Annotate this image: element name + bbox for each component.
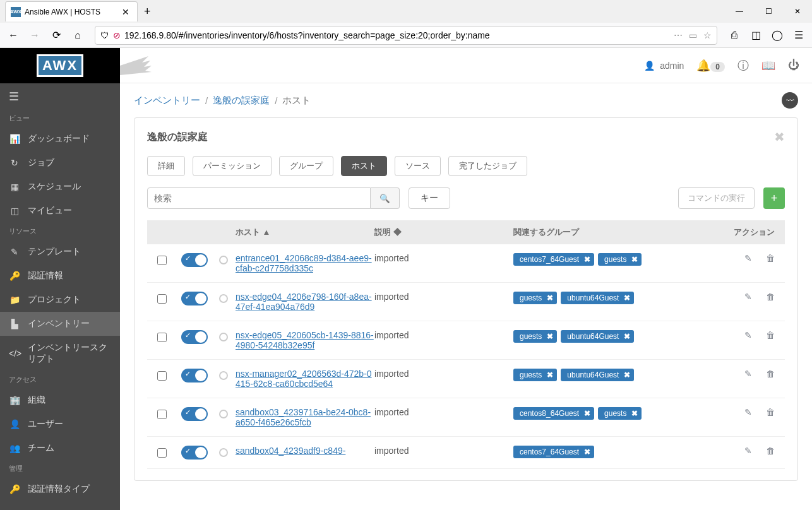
browser-tab[interactable]: AWX Ansible AWX | HOSTS ✕ [5,1,138,21]
sidebar-item-templates[interactable]: ✎テンプレート [0,240,120,264]
sidebar-item-projects[interactable]: 📁プロジェクト [0,288,120,312]
remove-tag-icon[interactable]: ✖ [631,409,638,418]
group-tag[interactable]: guests✖ [598,407,642,420]
group-tag[interactable]: centos8_64Guest✖ [513,407,594,420]
remove-tag-icon[interactable]: ✖ [631,255,638,264]
tab-completed-jobs[interactable]: 完了したジョブ [448,156,527,176]
sidebar-item-inv-scripts[interactable]: </>インベントリースクリプト [0,336,120,371]
url-more-icon[interactable]: ⋯ [674,30,683,40]
forward-button[interactable]: → [25,26,44,45]
remove-tag-icon[interactable]: ✖ [624,332,630,341]
account-icon[interactable]: ◯ [768,26,787,45]
edit-icon[interactable]: ✎ [744,407,752,417]
remove-tag-icon[interactable]: ✖ [584,409,590,418]
tab-groups[interactable]: グループ [279,156,333,176]
delete-icon[interactable]: 🗑 [766,330,775,340]
host-link[interactable]: nsx-manager02_4206563d-472b-0415-62c8-ca… [236,369,372,389]
docs-icon[interactable]: 📖 [761,59,775,73]
remove-tag-icon[interactable]: ✖ [624,294,630,302]
sidebar-item-cred-types[interactable]: 🔑認証情報タイプ [0,477,120,501]
search-button[interactable]: 🔍 [371,187,400,209]
group-tag[interactable]: centos7_64Guest✖ [513,253,594,266]
crumb-inventory[interactable]: 逸般の誤家庭 [213,95,270,107]
run-command-button[interactable]: コマンドの実行 [678,187,755,209]
tab-permissions[interactable]: パーミッション [193,156,272,176]
group-tag[interactable]: guests✖ [513,369,557,381]
group-tag[interactable]: guests✖ [513,292,557,304]
reload-button[interactable]: ⟳ [47,26,66,45]
sidebar-item-teams[interactable]: 👥チーム [0,436,120,460]
delete-icon[interactable]: 🗑 [766,407,775,417]
remove-tag-icon[interactable]: ✖ [547,294,553,302]
col-desc[interactable]: 説明 ◆ [374,227,513,238]
edit-icon[interactable]: ✎ [744,446,752,456]
close-window-button[interactable]: ✕ [783,1,812,21]
sidebar-item-dashboard[interactable]: 📊ダッシュボード [0,127,120,151]
tab-sources[interactable]: ソース [395,156,441,176]
host-enabled-toggle[interactable] [181,253,208,267]
menu-icon[interactable]: ☰ [789,26,808,45]
current-user[interactable]: 👤 admin [644,61,684,71]
row-checkbox[interactable] [157,333,167,342]
tab-close-icon[interactable]: ✕ [119,7,132,17]
panel-close-icon[interactable]: ✖ [774,129,785,145]
row-checkbox[interactable] [157,448,167,458]
host-link[interactable]: sandbox04_4239adf9-c849- [236,446,353,456]
sidebar-item-schedules[interactable]: ▦スケジュール [0,175,120,199]
reader-icon[interactable]: ▭ [689,30,697,40]
notifications-icon[interactable]: 🔔0 [696,59,725,73]
sidebar-item-users[interactable]: 👤ユーザー [0,412,120,436]
host-link[interactable]: nsx-edge04_4206e798-160f-a8ea-47ef-41ea9… [236,292,372,312]
logout-icon[interactable]: ⏻ [788,59,799,72]
delete-icon[interactable]: 🗑 [766,292,775,302]
maximize-button[interactable]: ☐ [754,1,783,21]
delete-icon[interactable]: 🗑 [766,446,775,456]
sidebar-item-inventories[interactable]: ▙インベントリー [0,312,120,336]
sidebar-item-jobs[interactable]: ↻ジョブ [0,151,120,175]
host-link[interactable]: sandbox03_4239716a-be24-0bc8-a650-f465e2… [236,407,371,427]
host-enabled-toggle[interactable] [181,369,208,382]
edit-icon[interactable]: ✎ [744,253,752,263]
remove-tag-icon[interactable]: ✖ [547,332,553,341]
group-tag[interactable]: ubuntu64Guest✖ [561,330,634,343]
home-button[interactable]: ⌂ [68,26,87,45]
remove-tag-icon[interactable]: ✖ [584,448,590,456]
remove-tag-icon[interactable]: ✖ [547,371,553,379]
row-checkbox[interactable] [157,294,167,304]
back-button[interactable]: ← [4,26,23,45]
sidebar-item-credentials[interactable]: 🔑認証情報 [0,264,120,288]
delete-icon[interactable]: 🗑 [766,369,775,379]
group-tag[interactable]: ubuntu64Guest✖ [561,369,634,381]
edit-icon[interactable]: ✎ [744,330,752,340]
sidebar-toggle[interactable]: ☰ [0,83,120,110]
search-input[interactable] [147,187,371,209]
activity-stream-icon[interactable]: 〰 [782,92,798,109]
shield-icon[interactable]: 🛡 [100,30,109,40]
info-icon[interactable]: ⓘ [737,58,749,73]
edit-icon[interactable]: ✎ [744,369,752,379]
bookmark-icon[interactable]: ☆ [703,30,712,40]
minimize-button[interactable]: — [725,1,754,21]
group-tag[interactable]: guests✖ [598,253,642,266]
remove-tag-icon[interactable]: ✖ [584,255,590,264]
host-enabled-toggle[interactable] [181,292,208,305]
group-tag[interactable]: ubuntu64Guest✖ [561,292,634,304]
col-host[interactable]: ホスト ▲ [236,227,374,238]
insecure-icon[interactable]: ⊘ [113,30,121,40]
sidebar-item-orgs[interactable]: 🏢組織 [0,388,120,412]
group-tag[interactable]: centos7_64Guest✖ [513,446,594,458]
host-enabled-toggle[interactable] [181,446,208,460]
url-bar[interactable]: 🛡 ⊘ 192.168.9.80/#/inventories/inventory… [95,26,717,45]
tab-details[interactable]: 詳細 [147,156,185,176]
sidebar-icon[interactable]: ◫ [746,26,765,45]
delete-icon[interactable]: 🗑 [766,253,775,263]
host-link[interactable]: nsx-edge05_420605cb-1439-8816-4980-54248… [236,330,374,350]
library-icon[interactable]: ⎙ [725,26,744,45]
host-enabled-toggle[interactable] [181,407,208,421]
host-enabled-toggle[interactable] [181,330,208,344]
tab-hosts[interactable]: ホスト [341,156,387,176]
row-checkbox[interactable] [157,256,167,265]
awx-logo[interactable]: AWX [37,54,83,77]
host-link[interactable]: entrance01_42068c89-d384-aee9-cfab-c2d77… [236,253,372,273]
remove-tag-icon[interactable]: ✖ [624,371,630,379]
